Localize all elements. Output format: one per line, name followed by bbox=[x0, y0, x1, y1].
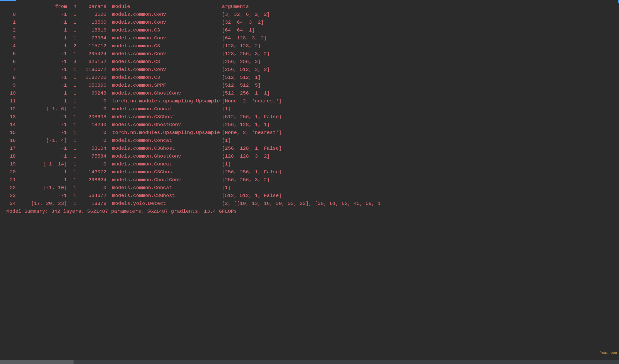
cell-arguments: [512, 512, 1, False] bbox=[222, 192, 619, 200]
table-row: 11-110torch.nn.modules.upsampling.Upsamp… bbox=[3, 97, 619, 105]
cell-idx: 17 bbox=[3, 144, 16, 152]
header-params: params bbox=[76, 3, 106, 11]
cell-module: models.common.C3Ghost bbox=[106, 144, 222, 152]
cell-module: models.common.GhostConv bbox=[106, 152, 222, 160]
cell-arguments: [64, 64, 1] bbox=[222, 26, 619, 34]
cell-module: torch.nn.modules.upsampling.Upsample bbox=[106, 97, 222, 105]
cell-n: 1 bbox=[67, 81, 76, 89]
cell-arguments: [32, 64, 3, 2] bbox=[222, 18, 619, 26]
header-arguments: arguments bbox=[222, 3, 619, 11]
cell-n: 1 bbox=[67, 97, 76, 105]
cell-arguments: [128, 128, 3, 2] bbox=[222, 152, 619, 160]
cell-idx: 1 bbox=[3, 18, 16, 26]
table-header-row: from n params module arguments bbox=[3, 3, 619, 11]
cell-params: 1182720 bbox=[76, 74, 106, 81]
cell-n: 1 bbox=[67, 192, 76, 200]
cell-idx: 23 bbox=[3, 192, 16, 200]
cell-params: 18560 bbox=[76, 18, 106, 26]
cell-from: [-1, 6] bbox=[16, 105, 67, 113]
cell-from: -1 bbox=[16, 121, 67, 129]
cell-from: [-1, 4] bbox=[16, 137, 67, 144]
cell-idx: 14 bbox=[3, 121, 16, 129]
cell-n: 1 bbox=[67, 184, 76, 192]
cell-params: 73984 bbox=[76, 34, 106, 42]
cell-params: 208608 bbox=[76, 113, 106, 121]
cell-idx: 13 bbox=[3, 113, 16, 121]
cell-idx: 11 bbox=[3, 97, 16, 105]
cell-module: models.common.Concat bbox=[106, 137, 222, 144]
cell-module: models.common.C3 bbox=[106, 26, 222, 34]
cell-n: 1 bbox=[67, 200, 76, 207]
table-row: 22[-1, 10]10models.common.Concat[1] bbox=[3, 184, 619, 192]
cell-module: models.common.C3 bbox=[106, 74, 222, 81]
header-from: from bbox=[16, 3, 67, 11]
cell-params: 18879 bbox=[76, 200, 106, 207]
cell-idx: 9 bbox=[3, 81, 16, 89]
cell-module: models.common.SPPF bbox=[106, 81, 222, 89]
cell-params: 3520 bbox=[76, 11, 106, 18]
cell-module: models.common.GhostConv bbox=[106, 89, 222, 97]
cell-from: -1 bbox=[16, 144, 67, 152]
cell-from: [17, 20, 23] bbox=[16, 200, 67, 207]
cell-from: -1 bbox=[16, 34, 67, 42]
cell-idx: 19 bbox=[3, 160, 16, 168]
table-row: 18-1175584models.common.GhostConv[128, 1… bbox=[3, 152, 619, 160]
cell-arguments: [256, 128, 1, 1] bbox=[222, 121, 619, 129]
cell-from: -1 bbox=[16, 42, 67, 50]
cell-from: -1 bbox=[16, 129, 67, 137]
cell-arguments: [None, 2, 'nearest'] bbox=[222, 129, 619, 137]
cell-params: 69248 bbox=[76, 89, 106, 97]
cell-n: 1 bbox=[67, 168, 76, 176]
cell-params: 0 bbox=[76, 184, 106, 192]
model-summary: Model Summary: 342 layers, 5621487 param… bbox=[3, 207, 619, 215]
cell-module: models.common.Concat bbox=[106, 105, 222, 113]
cell-n: 1 bbox=[67, 89, 76, 97]
cell-from: -1 bbox=[16, 89, 67, 97]
cell-params: 0 bbox=[76, 105, 106, 113]
cell-idx: 2 bbox=[3, 26, 16, 34]
cell-from: -1 bbox=[16, 26, 67, 34]
cell-params: 0 bbox=[76, 137, 106, 144]
cell-idx: 6 bbox=[3, 58, 16, 66]
cell-params: 564672 bbox=[76, 192, 106, 200]
cell-n: 1 bbox=[67, 129, 76, 137]
cell-params: 298624 bbox=[76, 176, 106, 184]
table-row: 6-13625152models.common.C3[256, 256, 3] bbox=[3, 58, 619, 66]
cell-n: 1 bbox=[67, 121, 76, 129]
cell-params: 625152 bbox=[76, 58, 106, 66]
cell-module: models.common.Conv bbox=[106, 18, 222, 26]
cell-arguments: [128, 256, 3, 2] bbox=[222, 50, 619, 58]
table-row: 2-1118816models.common.C3[64, 64, 1] bbox=[3, 26, 619, 34]
cell-from: -1 bbox=[16, 50, 67, 58]
cell-idx: 20 bbox=[3, 168, 16, 176]
cell-n: 1 bbox=[67, 152, 76, 160]
cell-from: -1 bbox=[16, 168, 67, 176]
table-row: 21-11298624models.common.GhostConv[256, … bbox=[3, 176, 619, 184]
cell-module: models.common.C3 bbox=[106, 58, 222, 66]
cell-arguments: [1] bbox=[222, 105, 619, 113]
cell-arguments: [64, 128, 3, 2] bbox=[222, 34, 619, 42]
cell-module: models.common.GhostConv bbox=[106, 121, 222, 129]
cell-module: models.common.C3Ghost bbox=[106, 192, 222, 200]
table-row: 17-1153104models.common.C3Ghost[256, 128… bbox=[3, 144, 619, 152]
cell-params: 18816 bbox=[76, 26, 106, 34]
cell-params: 0 bbox=[76, 97, 106, 105]
cell-n: 1 bbox=[67, 11, 76, 18]
cell-from: -1 bbox=[16, 11, 67, 18]
cell-idx: 8 bbox=[3, 74, 16, 81]
table-row: 10-1169248models.common.GhostConv[512, 2… bbox=[3, 89, 619, 97]
table-row: 4-12115712models.common.C3[128, 128, 2] bbox=[3, 42, 619, 50]
cell-params: 656896 bbox=[76, 81, 106, 89]
cell-arguments: [1] bbox=[222, 160, 619, 168]
cell-idx: 0 bbox=[3, 11, 16, 18]
table-row: 0-113520models.common.Conv[3, 32, 6, 2, … bbox=[3, 11, 619, 18]
cell-module: models.common.C3Ghost bbox=[106, 168, 222, 176]
cell-params: 0 bbox=[76, 129, 106, 137]
cell-module: models.common.Conv bbox=[106, 50, 222, 58]
table-row: 7-111180672models.common.Conv[256, 512, … bbox=[3, 66, 619, 74]
cell-arguments: [256, 256, 3] bbox=[222, 58, 619, 66]
cell-arguments: [256, 256, 1, False] bbox=[222, 168, 619, 176]
cell-module: models.common.Conv bbox=[106, 34, 222, 42]
cell-arguments: [2, [[10, 13, 16, 30, 33, 23], [30, 61, … bbox=[222, 200, 619, 207]
table-row: 15-110torch.nn.modules.upsampling.Upsamp… bbox=[3, 129, 619, 137]
